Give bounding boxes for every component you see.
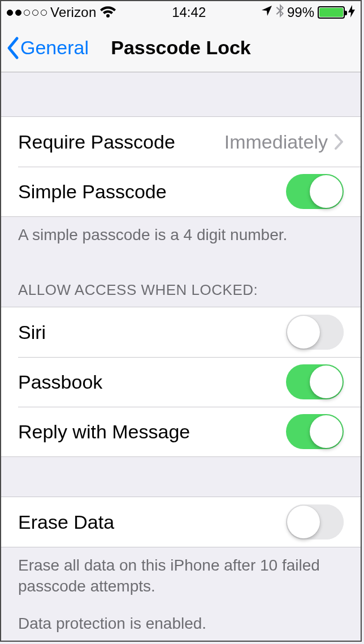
carrier-label: Verizon bbox=[50, 5, 96, 20]
simple-passcode-label: Simple Passcode bbox=[18, 181, 286, 203]
back-label: General bbox=[20, 37, 89, 59]
nav-bar: General Passcode Lock bbox=[1, 24, 361, 72]
require-passcode-value: Immediately bbox=[224, 131, 328, 153]
list-erase-data: Erase Data bbox=[1, 497, 361, 547]
row-require-passcode[interactable]: Require Passcode Immediately bbox=[1, 117, 361, 167]
erase-data-toggle[interactable] bbox=[286, 504, 344, 539]
passbook-toggle[interactable] bbox=[286, 364, 344, 399]
erase-data-footer: Erase all data on this iPhone after 10 f… bbox=[1, 547, 361, 642]
siri-label: Siri bbox=[18, 321, 286, 343]
back-button[interactable]: General bbox=[1, 36, 89, 60]
wifi-icon bbox=[99, 6, 116, 19]
row-erase-data: Erase Data bbox=[1, 497, 361, 547]
status-time: 14:42 bbox=[172, 5, 206, 20]
location-icon bbox=[261, 5, 272, 20]
signal-dots-icon bbox=[7, 10, 47, 16]
charging-icon bbox=[348, 5, 355, 20]
simple-passcode-toggle[interactable] bbox=[286, 174, 344, 209]
siri-toggle[interactable] bbox=[286, 315, 344, 350]
status-left: Verizon bbox=[7, 5, 116, 20]
battery-icon bbox=[318, 6, 345, 19]
chevron-left-icon bbox=[5, 36, 20, 60]
row-siri: Siri bbox=[1, 307, 361, 357]
reply-toggle[interactable] bbox=[286, 414, 344, 449]
list-passcode-settings: Require Passcode Immediately Simple Pass… bbox=[1, 116, 361, 217]
row-passbook: Passbook bbox=[1, 357, 361, 407]
battery-percent: 99% bbox=[287, 5, 314, 20]
erase-data-label: Erase Data bbox=[18, 511, 286, 533]
status-bar: Verizon 14:42 99% bbox=[1, 1, 361, 24]
simple-passcode-footer: A simple passcode is a 4 digit number. bbox=[1, 217, 361, 253]
bluetooth-icon bbox=[276, 4, 284, 21]
reply-label: Reply with Message bbox=[18, 421, 286, 443]
chevron-right-icon bbox=[333, 133, 344, 150]
list-allow-access: Siri Passbook Reply with Message bbox=[1, 307, 361, 457]
data-protection-note: Data protection is enabled. bbox=[18, 613, 344, 634]
row-reply-with-message: Reply with Message bbox=[1, 407, 361, 456]
erase-hint: Erase all data on this iPhone after 10 f… bbox=[18, 555, 344, 597]
row-simple-passcode: Simple Passcode bbox=[1, 167, 361, 216]
require-passcode-label: Require Passcode bbox=[18, 131, 224, 153]
allow-access-header: ALLOW ACCESS WHEN LOCKED: bbox=[1, 253, 361, 307]
passbook-label: Passbook bbox=[18, 371, 286, 393]
status-right: 99% bbox=[261, 4, 355, 21]
